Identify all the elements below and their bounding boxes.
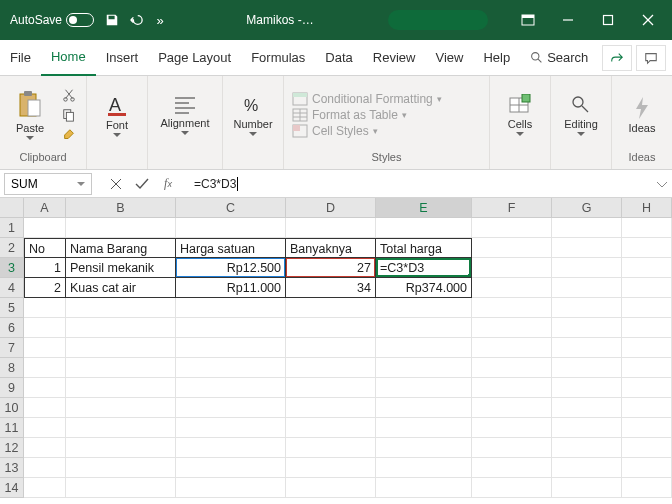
cell[interactable] <box>24 338 66 358</box>
maximize-button[interactable] <box>588 6 628 34</box>
col-header-g[interactable]: G <box>552 198 622 218</box>
row-header[interactable]: 7 <box>0 338 24 358</box>
cell[interactable] <box>66 338 176 358</box>
cell[interactable]: Kuas cat air <box>66 278 176 298</box>
cell[interactable] <box>286 218 376 238</box>
tab-formulas[interactable]: Formulas <box>241 40 315 76</box>
cell[interactable] <box>24 398 66 418</box>
cell[interactable] <box>552 438 622 458</box>
cell[interactable]: Banyaknya <box>286 238 376 258</box>
row-header[interactable]: 4 <box>0 278 24 298</box>
active-cell[interactable]: =C3*D3 <box>376 258 472 278</box>
cell[interactable] <box>472 278 552 298</box>
name-box[interactable]: SUM <box>4 173 92 195</box>
cell[interactable] <box>472 258 552 278</box>
cell[interactable] <box>176 298 286 318</box>
cell[interactable] <box>622 458 672 478</box>
cell[interactable] <box>376 398 472 418</box>
cell[interactable] <box>286 318 376 338</box>
cell-styles-button[interactable]: Cell Styles▾ <box>292 124 442 138</box>
cell[interactable] <box>66 298 176 318</box>
cancel-formula-button[interactable] <box>104 173 128 195</box>
cell[interactable] <box>622 258 672 278</box>
cell[interactable] <box>24 218 66 238</box>
alignment-button[interactable]: Alignment <box>154 83 216 147</box>
cell[interactable] <box>552 218 622 238</box>
cell[interactable] <box>472 238 552 258</box>
cell[interactable] <box>622 238 672 258</box>
cell[interactable]: 34 <box>286 278 376 298</box>
cell[interactable] <box>552 238 622 258</box>
cell[interactable] <box>376 418 472 438</box>
row-header[interactable]: 8 <box>0 358 24 378</box>
cell[interactable] <box>66 418 176 438</box>
cell[interactable]: No <box>24 238 66 258</box>
cell[interactable] <box>286 298 376 318</box>
cell[interactable] <box>176 378 286 398</box>
account-pill[interactable] <box>388 10 488 30</box>
cell[interactable] <box>376 318 472 338</box>
row-header[interactable]: 14 <box>0 478 24 498</box>
cell[interactable]: Harga satuan <box>176 238 286 258</box>
col-header-d[interactable]: D <box>286 198 376 218</box>
cell[interactable]: Rp12.500 <box>176 258 286 278</box>
number-button[interactable]: % Number <box>229 83 277 147</box>
cell[interactable] <box>376 358 472 378</box>
cell[interactable] <box>472 458 552 478</box>
col-header-e[interactable]: E <box>376 198 472 218</box>
cell[interactable] <box>472 378 552 398</box>
cell[interactable]: 1 <box>24 258 66 278</box>
cell[interactable] <box>622 478 672 498</box>
cell[interactable] <box>66 318 176 338</box>
cell[interactable]: Rp11.000 <box>176 278 286 298</box>
save-icon[interactable] <box>100 8 124 32</box>
undo-icon[interactable] <box>124 8 148 32</box>
cell[interactable] <box>622 418 672 438</box>
close-button[interactable] <box>628 6 668 34</box>
cut-button[interactable] <box>58 86 80 104</box>
cell[interactable] <box>622 358 672 378</box>
minimize-button[interactable] <box>548 6 588 34</box>
cell[interactable] <box>376 438 472 458</box>
cell[interactable] <box>66 438 176 458</box>
col-header-f[interactable]: F <box>472 198 552 218</box>
cell[interactable] <box>622 398 672 418</box>
ideas-button[interactable]: Ideas <box>618 83 666 147</box>
col-header-a[interactable]: A <box>24 198 66 218</box>
cell[interactable] <box>24 478 66 498</box>
tab-page-layout[interactable]: Page Layout <box>148 40 241 76</box>
tab-review[interactable]: Review <box>363 40 426 76</box>
cell[interactable] <box>552 358 622 378</box>
expand-formula-bar[interactable] <box>652 180 672 188</box>
cell[interactable] <box>552 398 622 418</box>
insert-function-button[interactable]: fx <box>156 173 180 195</box>
cell[interactable] <box>286 438 376 458</box>
cell[interactable] <box>286 458 376 478</box>
tab-file[interactable]: File <box>0 40 41 76</box>
cell[interactable]: Rp374.000 <box>376 278 472 298</box>
cell[interactable] <box>472 218 552 238</box>
cell[interactable] <box>376 378 472 398</box>
cell[interactable]: 27 <box>286 258 376 278</box>
cell[interactable] <box>552 278 622 298</box>
cell[interactable] <box>622 218 672 238</box>
cell[interactable] <box>472 438 552 458</box>
cell[interactable] <box>24 418 66 438</box>
enter-formula-button[interactable] <box>130 173 154 195</box>
format-painter-button[interactable] <box>58 126 80 144</box>
row-header[interactable]: 10 <box>0 398 24 418</box>
cell[interactable] <box>24 318 66 338</box>
formula-input[interactable]: =C3*D3 <box>188 173 652 195</box>
cell[interactable]: Pensil mekanik <box>66 258 176 278</box>
ribbon-options-icon[interactable] <box>508 6 548 34</box>
cell[interactable] <box>66 478 176 498</box>
row-header[interactable]: 9 <box>0 378 24 398</box>
font-button[interactable]: A Font <box>93 83 141 147</box>
row-header[interactable]: 6 <box>0 318 24 338</box>
comments-button[interactable] <box>636 45 666 71</box>
cell[interactable] <box>24 438 66 458</box>
autosave-toggle[interactable]: AutoSave <box>4 13 100 27</box>
editing-button[interactable]: Editing <box>557 83 605 147</box>
tab-data[interactable]: Data <box>315 40 362 76</box>
cell[interactable] <box>376 298 472 318</box>
